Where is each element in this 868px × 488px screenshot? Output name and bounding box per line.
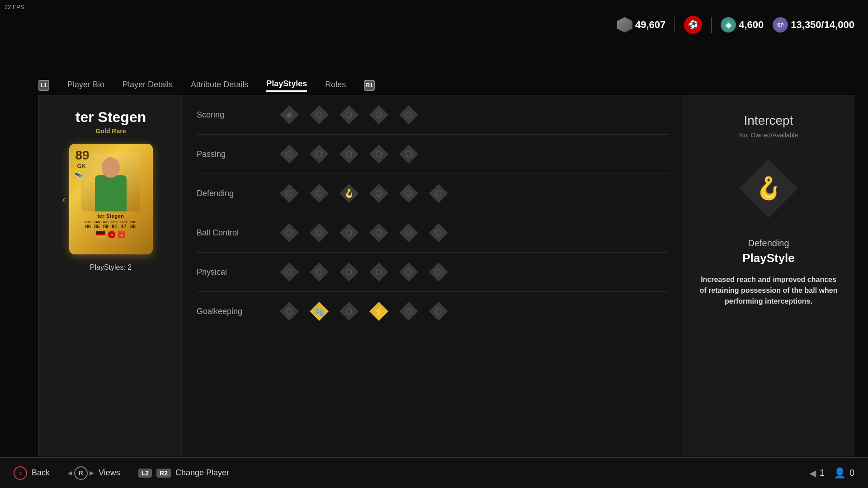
- ps-swerve-pass[interactable]: ⬡: [397, 143, 420, 165]
- ps-jockey[interactable]: ⬡: [308, 182, 330, 205]
- ps-power-shot[interactable]: ⬡: [368, 103, 390, 126]
- ps-gk-rush[interactable]: 🧤: [308, 300, 330, 323]
- l2-btn: L2: [138, 469, 152, 478]
- passing-label: Passing: [197, 150, 269, 159]
- ps-finesse-shot[interactable]: ◈: [278, 103, 301, 126]
- playstyles-panel: Scoring ◈ ⬡ ⬡ ⬡ ⬡ Passing ⬡ ⬡ ⬡ ⬡ ⬡ Defe…: [183, 95, 683, 456]
- ps-power-header[interactable]: ⬡: [308, 261, 330, 283]
- tab-player-bio[interactable]: Player Bio: [67, 80, 104, 91]
- bottom-bar: ○ Back ◀ R ▶ Views L2 R2 Change Player ◀…: [0, 457, 868, 488]
- card-flags-row: B L: [96, 231, 125, 238]
- tab-attribute-details[interactable]: Attribute Details: [191, 80, 248, 91]
- ps-intercept[interactable]: 🪝: [338, 182, 360, 205]
- views-button[interactable]: ◀ R ▶ Views: [68, 466, 120, 480]
- back-button[interactable]: ○ Back: [14, 466, 50, 480]
- person-icon: 👤: [834, 467, 846, 479]
- ps-bruiser[interactable]: ⬡: [397, 261, 420, 283]
- ballcontrol-label: Ball Control: [197, 228, 269, 238]
- back-btn-icon: ○: [14, 466, 27, 480]
- change-player-button[interactable]: L2 R2 Change Player: [138, 468, 229, 478]
- ballcontrol-row: Ball Control ⬡ ⬡ ⬡ ⬡ ⬡ ⬡: [197, 213, 669, 253]
- player-count: 0: [849, 468, 854, 478]
- change-player-label: Change Player: [175, 468, 229, 478]
- ps-shield[interactable]: ⬡: [427, 221, 450, 244]
- ps-gk-footwork[interactable]: ⬡: [338, 300, 360, 323]
- nav-tabs: L1 Player Bio Player Details Attribute D…: [38, 79, 375, 92]
- bottom-right: ◀ 1 👤 0: [809, 467, 854, 479]
- ps-pinged-pass[interactable]: ⬡: [278, 143, 301, 165]
- player-count-indicator: 👤 0: [834, 467, 854, 479]
- ps-trickster[interactable]: ⬡: [368, 221, 390, 244]
- club-logo: ⚽: [684, 16, 702, 34]
- detail-description: Increased reach and improved chances of …: [697, 274, 840, 307]
- currency-sp: SP 13,350/14,000: [773, 17, 854, 33]
- ps-block[interactable]: ⬡: [368, 182, 390, 205]
- card-league-badge: L: [118, 231, 125, 238]
- player-card: ‹ 89 GK 👟 ter Stegen DIV 86 HAN 85 KIC: [69, 144, 153, 254]
- goalkeeping-label: Goalkeeping: [197, 307, 269, 316]
- views-label: Views: [99, 468, 120, 478]
- detail-panel: Intercept Not Owned/Available 🪝 Defendin…: [683, 95, 854, 456]
- ps-gk-claim[interactable]: ⬡: [397, 300, 420, 323]
- playstyles-count: PlayStyles: 2: [90, 263, 132, 272]
- sp-amount: 13,350/14,000: [791, 19, 854, 31]
- fps-counter: 22 FPS: [5, 4, 24, 10]
- page-number: 1: [820, 468, 825, 478]
- defending-label: Defending: [197, 189, 269, 198]
- tab-roles[interactable]: Roles: [325, 80, 346, 91]
- r1-indicator: R1: [364, 80, 375, 91]
- defending-row: Defending ⬡ ⬡ 🪝 ⬡ ⬡ ⬡: [197, 174, 669, 213]
- l1-indicator: L1: [38, 80, 49, 91]
- fc-icon: [617, 17, 632, 33]
- scoring-icons: ◈ ⬡ ⬡ ⬡ ⬡: [278, 103, 420, 126]
- ps-first-time-shot[interactable]: ⬡: [397, 103, 420, 126]
- card-player-name: ter Stegen: [98, 213, 124, 219]
- detail-playstyle-name: PlayStyle: [742, 251, 795, 265]
- sp-icon: SP: [773, 17, 788, 33]
- currency-fc: 49,607: [617, 17, 665, 33]
- ps-acrobatic[interactable]: ⬡: [368, 261, 390, 283]
- ps-dead-ball[interactable]: ⬡: [338, 103, 360, 126]
- fc-amount: 49,607: [635, 19, 665, 31]
- ps-long-ball-pass[interactable]: ⬡: [368, 143, 390, 165]
- card-boot-icon: 👟: [75, 170, 82, 177]
- views-left-arrow: ◀: [68, 469, 72, 476]
- ps-press-proven[interactable]: ⬡: [308, 221, 330, 244]
- scoring-label: Scoring: [197, 110, 269, 120]
- ps-first-touch[interactable]: ⬡: [278, 221, 301, 244]
- ps-tiki-taka[interactable]: ⬡: [338, 143, 360, 165]
- page-left-arrow: ◀: [809, 468, 816, 479]
- ps-gk-sweeper[interactable]: ⬡: [427, 300, 450, 323]
- passing-icons: ⬡ ⬡ ⬡ ⬡ ⬡: [278, 143, 420, 165]
- ps-tackle[interactable]: ⬡: [397, 182, 420, 205]
- ps-anticipate[interactable]: ⬡: [278, 182, 301, 205]
- passing-row: Passing ⬡ ⬡ ⬡ ⬡ ⬡: [197, 135, 669, 174]
- ps-relentless[interactable]: ⬡: [338, 261, 360, 283]
- detail-status: Not Owned/Available: [739, 131, 798, 139]
- physical-label: Physical: [197, 267, 269, 277]
- goalkeeping-icons: ⬡ 🧤 ⬡ ⚡ ⬡ ⬡: [278, 300, 450, 323]
- ps-chip-shot[interactable]: ⬡: [308, 103, 330, 126]
- detail-category: Defending: [748, 238, 789, 249]
- ps-rapid[interactable]: ⬡: [397, 221, 420, 244]
- tab-player-details[interactable]: Player Details: [123, 80, 173, 91]
- points-amount: 4,600: [739, 19, 764, 31]
- card-stats-row: DIV 86 HAN 85 KIC 89 REF 91 SPD 47: [85, 221, 137, 229]
- ps-quick-step[interactable]: ⬡: [427, 261, 450, 283]
- ps-technical[interactable]: ⬡: [338, 221, 360, 244]
- page-indicator: ◀ 1: [809, 468, 825, 479]
- r2-btn: R2: [156, 469, 171, 478]
- card-player-image: [81, 153, 140, 211]
- ps-gk-save[interactable]: ⚡: [368, 300, 390, 323]
- ps-gk-cross[interactable]: ⬡: [278, 300, 301, 323]
- ps-incisive-pass[interactable]: ⬡: [308, 143, 330, 165]
- tab-playstyles[interactable]: PlayStyles: [266, 79, 307, 92]
- detail-icon-diamond: 🪝: [739, 159, 798, 218]
- views-right-arrow: ▶: [90, 469, 94, 476]
- ps-clearance[interactable]: ⬡: [427, 182, 450, 205]
- player-panel: ter Stegen Gold Rare ‹ 89 GK 👟 ter Stege…: [38, 95, 183, 456]
- views-btn-icon: R: [74, 466, 88, 480]
- player-name: ter Stegen: [75, 109, 146, 126]
- ps-aerial[interactable]: ⬡: [278, 261, 301, 283]
- card-club-badge: B: [108, 231, 115, 238]
